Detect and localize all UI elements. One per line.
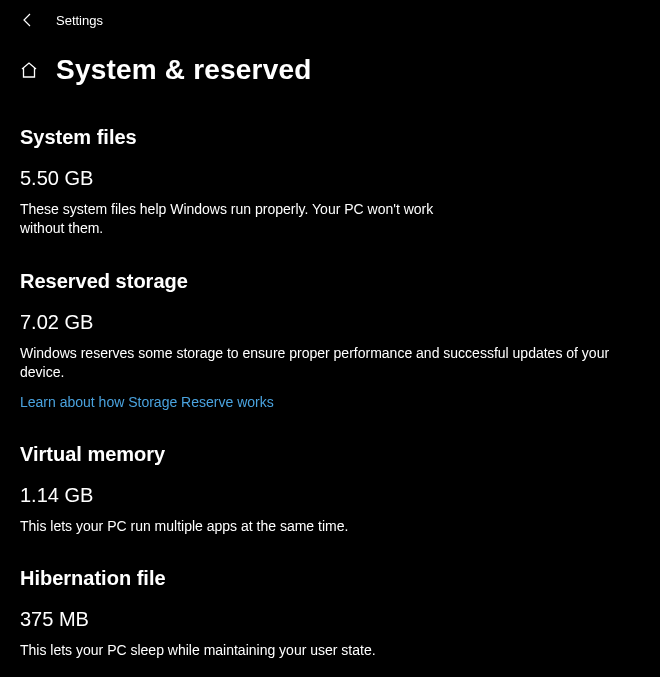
back-arrow-icon[interactable] (20, 12, 36, 28)
title-row: System & reserved (0, 36, 660, 96)
size-value: 1.14 GB (20, 484, 640, 507)
size-value: 5.50 GB (20, 167, 640, 190)
page-title: System & reserved (56, 54, 312, 86)
learn-more-link[interactable]: Learn about how Storage Reserve works (20, 394, 274, 410)
size-value: 7.02 GB (20, 311, 640, 334)
section-reserved-storage: Reserved storage 7.02 GB Windows reserve… (20, 270, 640, 411)
section-heading: Hibernation file (20, 567, 640, 590)
section-heading: Virtual memory (20, 443, 640, 466)
description-text: This lets your PC sleep while maintainin… (20, 641, 640, 660)
size-value: 375 MB (20, 608, 640, 631)
description-text: Windows reserves some storage to ensure … (20, 344, 640, 382)
section-hibernation-file: Hibernation file 375 MB This lets your P… (20, 567, 640, 660)
section-heading: System files (20, 126, 640, 149)
description-text: This lets your PC run multiple apps at t… (20, 517, 640, 536)
section-virtual-memory: Virtual memory 1.14 GB This lets your PC… (20, 443, 640, 536)
section-system-files: System files 5.50 GB These system files … (20, 126, 640, 238)
header-bar: Settings (0, 0, 660, 36)
content-area: System files 5.50 GB These system files … (0, 126, 660, 660)
section-heading: Reserved storage (20, 270, 640, 293)
header-label: Settings (56, 13, 103, 28)
description-text: These system files help Windows run prop… (20, 200, 450, 238)
home-icon[interactable] (20, 61, 38, 79)
